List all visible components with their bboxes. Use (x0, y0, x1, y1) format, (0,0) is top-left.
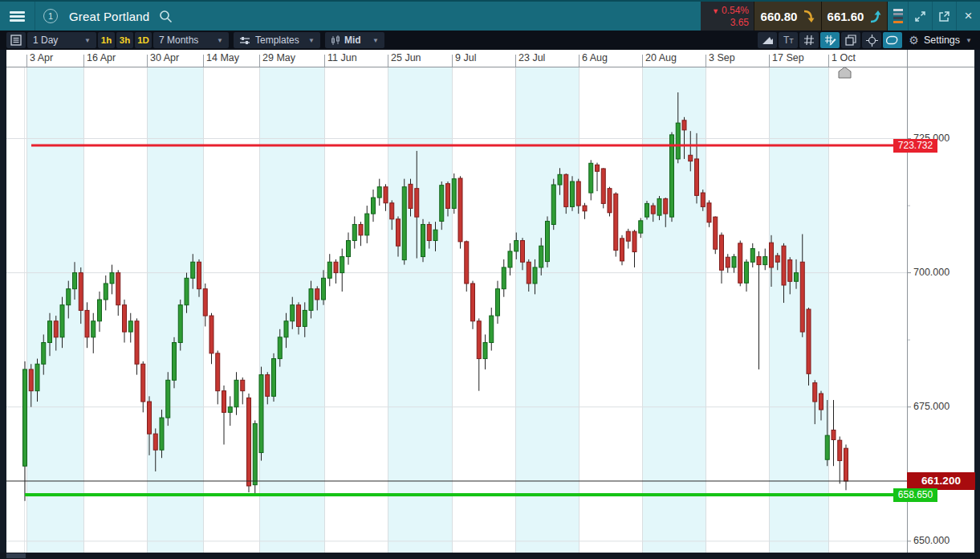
candle-up (160, 418, 164, 450)
expand-chart-button[interactable] (908, 2, 932, 31)
candle-down (334, 262, 338, 272)
candle-down (521, 241, 525, 263)
templates-dropdown[interactable]: Templates ▼ (234, 32, 320, 48)
sliders-icon (239, 35, 250, 45)
candle-down (664, 198, 668, 214)
candle-down (682, 120, 686, 130)
candle-up (670, 135, 674, 217)
candle-up (228, 407, 232, 413)
candle-up (352, 224, 356, 240)
range-dropdown[interactable]: 7 Months ▼ (153, 32, 229, 48)
period-dropdown[interactable]: 1 Day ▼ (27, 32, 96, 48)
timeframe-1h-button[interactable]: 1h (98, 32, 115, 48)
candle-down (632, 231, 636, 251)
candle-up (508, 251, 512, 267)
candle-down (651, 206, 655, 214)
sell-price-button[interactable]: 660.80 (754, 2, 821, 31)
candle-down (813, 383, 817, 402)
candle-down (701, 193, 705, 206)
menu-button[interactable] (0, 2, 35, 31)
crosshair-button[interactable] (862, 32, 881, 48)
candle-down (601, 169, 605, 203)
ladder-bar (893, 17, 903, 19)
candle-down (720, 235, 724, 270)
chevron-down-icon: ▼ (372, 37, 379, 44)
timeframe-1d-button[interactable]: 1D (135, 32, 152, 48)
candle-down (266, 375, 270, 397)
candle-up (589, 163, 593, 193)
chevron-down-icon: ▼ (217, 37, 223, 44)
close-chart-button[interactable]: × (956, 2, 980, 31)
candle-down (807, 309, 811, 373)
trading-app-window: 1 Great Portland ▼0.54% 3.65 660.80 661.… (0, 0, 980, 559)
candle-up (35, 364, 39, 390)
candle-down (465, 242, 469, 284)
layers-icon (845, 35, 857, 46)
candle-down (135, 321, 139, 364)
candle-down (695, 159, 699, 195)
text-annotation-button[interactable]: TT (779, 32, 798, 48)
candle-up (496, 289, 500, 316)
candle-up (639, 221, 643, 233)
candle-up (259, 375, 263, 453)
candle-down (714, 217, 718, 249)
candle-up (440, 186, 444, 222)
search-icon[interactable] (159, 10, 173, 23)
x-axis-label: 17 Sep (772, 52, 804, 63)
popout-chart-button[interactable] (932, 2, 956, 31)
candlestick-icon (331, 35, 340, 46)
candle-down (141, 364, 145, 402)
text-tool-icon: TT (783, 35, 794, 46)
candle-up (750, 249, 754, 263)
candle-up (657, 198, 661, 215)
instrument-count-badge[interactable]: 1 (43, 9, 58, 23)
candle-down (608, 189, 612, 213)
drawing-tools-button[interactable] (820, 32, 840, 48)
candle-up (98, 300, 102, 321)
shape-tool-button[interactable] (883, 32, 902, 48)
chart-list-button[interactable] (6, 32, 26, 48)
candle-up (173, 343, 177, 381)
scrollbar-thumb[interactable] (6, 553, 26, 558)
candle-up (551, 185, 555, 224)
candle-down (396, 219, 401, 246)
crosshair-icon (866, 35, 878, 47)
candle-down (427, 224, 431, 240)
timeframe-3h-button[interactable]: 3h (116, 32, 133, 48)
candle-down (148, 402, 152, 434)
price-ladder-button[interactable] (887, 2, 908, 31)
candle-up (234, 380, 238, 406)
candlestick-chart-area[interactable]: 723.732 661.200 658.650 3 Apr16 Apr30 Ap… (0, 50, 980, 559)
x-axis-label: 1 Oct (832, 52, 856, 63)
candle-up (732, 257, 736, 267)
sell-down-arrow-icon (803, 10, 815, 23)
candle-down (197, 262, 201, 288)
candle-up (291, 305, 295, 321)
price-type-dropdown[interactable]: Mid ▼ (325, 32, 384, 48)
candle-up (309, 289, 313, 311)
gridlines-button[interactable] (799, 32, 819, 48)
chart-type-button[interactable] (758, 32, 777, 48)
candle-down (54, 321, 58, 337)
candle-down (241, 380, 245, 390)
candle-up (539, 246, 543, 267)
candle-up (402, 187, 406, 260)
candle-up (166, 380, 170, 418)
popout-icon (938, 10, 950, 22)
bottom-scrollbar-track[interactable] (0, 553, 980, 559)
x-axis-label: 6 Aug (582, 52, 608, 63)
y-axis-label: 650.000 (913, 535, 950, 546)
ladder-bar (893, 13, 903, 15)
buy-price: 661.60 (828, 10, 864, 23)
layouts-button[interactable] (841, 32, 860, 48)
candle-down (782, 246, 786, 285)
candle-down (297, 305, 301, 327)
candle-down (29, 369, 33, 391)
chart-toolbar: 1 Day ▼ 1h 3h 1D 7 Months ▼ Templates ▼ (0, 31, 980, 50)
candle-down (583, 206, 587, 211)
settings-button[interactable]: ⚙ Settings ▼ (909, 34, 972, 47)
chart-title-bar: 1 Great Portland ▼0.54% 3.65 660.80 661.… (0, 0, 980, 31)
area-chart-icon (762, 35, 774, 45)
buy-price-button[interactable]: 661.60 (821, 2, 887, 31)
candle-down (359, 224, 363, 235)
